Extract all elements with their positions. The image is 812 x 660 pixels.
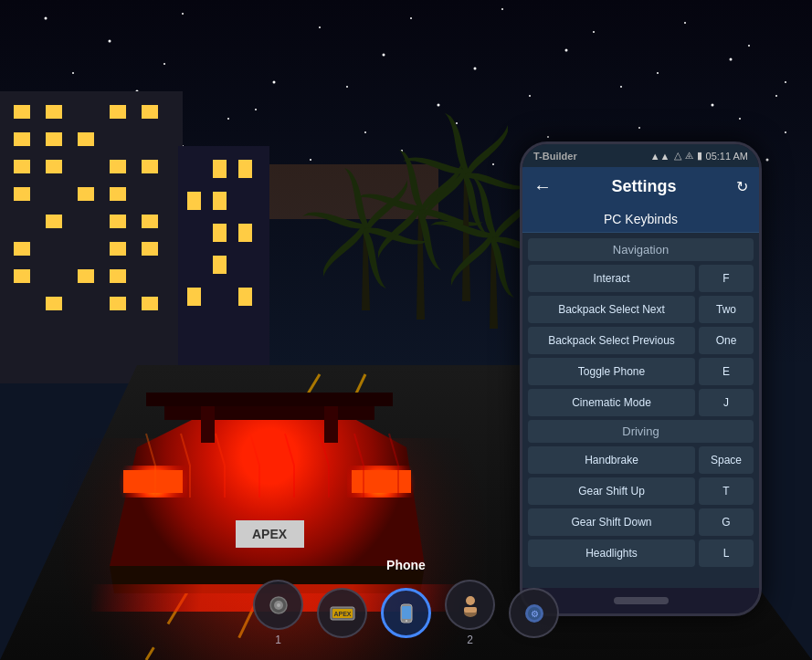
time-display: 05:11 AM [706, 151, 748, 162]
refresh-button[interactable]: ↻ [736, 178, 748, 195]
keybind-interact-key[interactable]: F [699, 265, 754, 292]
keybind-cinematic-label[interactable]: Cinematic Mode [528, 389, 695, 416]
hud-item-license: APEX [317, 588, 367, 638]
phone-icon [394, 601, 419, 626]
status-icons: ▲▲ △ ⨹ ▮ 05:11 AM [650, 150, 748, 162]
back-button[interactable]: ← [533, 176, 552, 197]
flashlight-icon [266, 592, 291, 618]
keybind-gear-down: Gear Shift Down G [528, 508, 754, 536]
keybind-gear-up: Gear Shift Up T [528, 477, 754, 505]
keybind-backpack-next: Backpack Select Next Two [528, 296, 754, 323]
keybind-headlights: Headlights L [528, 540, 754, 567]
section-driving: Driving [528, 420, 754, 443]
phone-device: T-Builder ▲▲ △ ⨹ ▮ 05:11 AM ← Settings ↻… [520, 141, 762, 616]
battery-icon: ▮ [697, 150, 702, 162]
bluetooth-icon: ⨹ [685, 150, 693, 162]
status-bar: T-Builder ▲▲ △ ⨹ ▮ 05:11 AM [522, 144, 759, 167]
settings-header: ← Settings ↻ [522, 167, 759, 206]
hud-icon-character[interactable] [445, 580, 495, 630]
keybind-toggle-phone-key[interactable]: E [699, 358, 754, 385]
svg-point-8 [406, 620, 407, 622]
character-icon [458, 592, 483, 618]
keybind-gear-down-key[interactable]: G [699, 508, 754, 536]
keybind-backpack-prev: Backpack Select Previous One [528, 327, 754, 354]
keybind-backpack-next-key[interactable]: Two [699, 296, 754, 323]
section-navigation: Navigation [528, 238, 754, 261]
hud-item-phone [381, 588, 431, 638]
svg-text:APEX: APEX [333, 611, 351, 617]
signal-icon: ▲▲ [650, 151, 670, 162]
hud-icon-license[interactable]: APEX [317, 588, 367, 638]
keybind-backpack-next-label[interactable]: Backpack Select Next [528, 296, 695, 323]
keybind-cinematic: Cinematic Mode J [528, 389, 754, 416]
wifi-icon: △ [674, 150, 681, 162]
hud-number-1: 1 [275, 634, 281, 646]
hud-item-wrench: ⚙ [509, 588, 559, 638]
keybind-handbrake: Handbrake Space [528, 446, 754, 474]
phone-hud-label: Phone [386, 558, 426, 572]
keybind-toggle-phone: Toggle Phone E [528, 358, 754, 385]
keybind-interact: Interact F [528, 265, 754, 292]
keybind-handbrake-label[interactable]: Handbrake [528, 446, 695, 474]
keybind-headlights-label[interactable]: Headlights [528, 540, 695, 567]
svg-text:⚙: ⚙ [530, 609, 538, 619]
wrench-icon: ⚙ [522, 601, 547, 626]
keybind-interact-label[interactable]: Interact [528, 265, 695, 292]
keybinds-content[interactable]: Navigation Interact F Backpack Select Ne… [522, 233, 759, 588]
svg-point-2 [277, 603, 280, 607]
settings-title: Settings [611, 177, 676, 196]
keybind-handbrake-key[interactable]: Space [699, 446, 754, 474]
keybind-gear-down-label[interactable]: Gear Shift Down [528, 508, 695, 536]
hud-icon-phone[interactable] [381, 588, 431, 638]
keybind-backpack-prev-key[interactable]: One [699, 327, 754, 354]
svg-point-9 [466, 596, 475, 605]
hud-icon-flashlight[interactable] [253, 580, 303, 630]
keybind-gear-up-label[interactable]: Gear Shift Up [528, 477, 695, 505]
keybind-headlights-key[interactable]: L [699, 540, 754, 567]
keybind-cinematic-key[interactable]: J [699, 389, 754, 416]
hud-bar: Phone 1 APEX [0, 569, 812, 660]
app-name: T-Builder [533, 151, 577, 162]
hud-number-2: 2 [467, 634, 473, 646]
svg-rect-7 [402, 606, 411, 619]
license-plate-icon: APEX [329, 602, 356, 624]
keybind-toggle-phone-label[interactable]: Toggle Phone [528, 358, 695, 385]
keybind-gear-up-key[interactable]: T [699, 477, 754, 505]
hud-item-flashlight: 1 [253, 580, 303, 646]
hud-icon-wrench[interactable]: ⚙ [509, 588, 559, 638]
keybinds-subtitle: PC Keybinds [522, 206, 759, 233]
hud-items: 1 APEX [253, 580, 559, 646]
keybind-backpack-prev-label[interactable]: Backpack Select Previous [528, 327, 695, 354]
svg-rect-11 [464, 607, 477, 613]
hud-item-character: 2 [445, 580, 495, 646]
